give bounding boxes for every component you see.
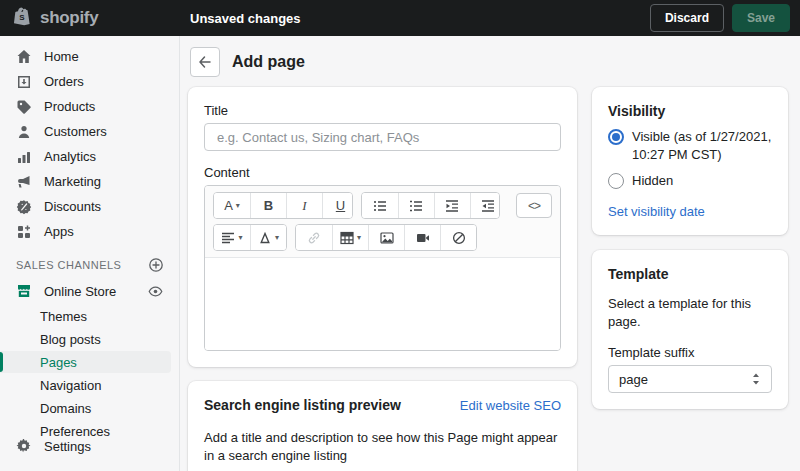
outdent-button[interactable] <box>434 193 470 218</box>
orders-icon <box>16 74 32 90</box>
editor-toolbar: A▾ B I U <box>205 186 560 257</box>
outdent-icon <box>445 199 459 213</box>
bulleted-list-icon <box>373 199 387 213</box>
sidebar: Home Orders Products Customers Analytics… <box>0 36 180 471</box>
seo-card: Search engine listing preview Edit websi… <box>188 381 577 471</box>
unsaved-changes-status: Unsaved changes <box>190 11 301 26</box>
rich-text-editor: A▾ B I U <box>204 185 561 351</box>
underline-button[interactable]: U <box>322 193 353 218</box>
template-card: Template Select a template for this page… <box>592 250 788 409</box>
apps-icon <box>16 224 32 240</box>
radio-unselected-icon[interactable] <box>608 173 624 189</box>
sidebar-item-discounts[interactable]: Discounts <box>0 194 179 219</box>
chevron-down-icon: ▾ <box>275 234 279 242</box>
template-suffix-label: Template suffix <box>608 345 772 360</box>
sidebar-item-domains[interactable]: Domains <box>0 397 171 419</box>
video-icon <box>416 231 430 245</box>
template-suffix-select[interactable]: page <box>608 365 772 393</box>
edit-website-seo-link[interactable]: Edit website SEO <box>460 398 561 413</box>
sidebar-item-blog-posts[interactable]: Blog posts <box>0 328 171 350</box>
seo-card-description: Add a title and description to see how t… <box>204 429 561 465</box>
products-icon <box>16 99 32 115</box>
discounts-icon <box>16 199 32 215</box>
radio-selected-icon[interactable] <box>608 129 624 145</box>
home-icon <box>16 49 32 65</box>
online-store-icon <box>16 283 32 299</box>
chevron-down-icon: ▾ <box>238 234 242 242</box>
text-color-icon <box>258 231 272 245</box>
image-icon <box>380 231 394 245</box>
title-input[interactable] <box>204 123 561 151</box>
svg-text:S: S <box>19 13 25 22</box>
sidebar-item-settings[interactable]: Settings <box>0 433 179 459</box>
marketing-icon <box>16 174 32 190</box>
shopify-logo[interactable]: S shopify <box>0 7 180 29</box>
sidebar-item-customers[interactable]: Customers <box>0 119 179 144</box>
bulleted-list-button[interactable] <box>362 193 398 218</box>
insert-image-button[interactable] <box>368 225 404 250</box>
indent-button[interactable] <box>470 193 501 218</box>
content-field-label: Content <box>204 165 561 180</box>
select-stepper-icon <box>751 372 761 386</box>
text-style-group: A▾ B I U <box>213 192 353 219</box>
customers-icon <box>16 124 32 140</box>
visibility-option-visible[interactable]: Visible (as of 1/27/2021, 10:27 PM CST) <box>608 128 772 163</box>
chevron-down-icon: ▾ <box>357 234 361 242</box>
alignment-dropdown-button[interactable]: ▾ <box>214 225 250 250</box>
align-color-group: ▾ ▾ <box>213 224 287 251</box>
save-button-top[interactable]: Save <box>732 4 790 32</box>
list-indent-group <box>361 192 501 219</box>
sidebar-item-online-store[interactable]: Online Store <box>0 278 179 304</box>
show-html-button[interactable]: <> <box>516 193 552 218</box>
formatting-dropdown-button[interactable]: A▾ <box>214 193 250 218</box>
analytics-icon <box>16 149 32 165</box>
text-color-dropdown-button[interactable]: ▾ <box>250 225 286 250</box>
visibility-card-title: Visibility <box>608 103 772 119</box>
sidebar-item-products[interactable]: Products <box>0 94 179 119</box>
page-details-card: Title Content A▾ B I U <box>188 87 577 367</box>
page-title: Add page <box>232 53 305 71</box>
topbar: S shopify Unsaved changes Discard Save <box>0 0 800 36</box>
discard-button[interactable]: Discard <box>650 4 724 32</box>
sidebar-item-marketing[interactable]: Marketing <box>0 169 179 194</box>
numbered-list-button[interactable] <box>398 193 434 218</box>
sidebar-item-orders[interactable]: Orders <box>0 69 179 94</box>
sales-channels-header: SALES CHANNELS <box>0 244 179 278</box>
insert-link-button[interactable] <box>296 225 332 250</box>
gear-icon <box>16 438 32 454</box>
insert-video-button[interactable] <box>404 225 440 250</box>
sidebar-item-pages[interactable]: Pages <box>0 351 171 373</box>
active-indicator <box>0 352 3 372</box>
chevron-down-icon: ▾ <box>236 202 240 210</box>
topbar-actions: Discard Save <box>650 4 790 32</box>
arrow-left-icon <box>197 54 213 70</box>
italic-button[interactable]: I <box>286 193 322 218</box>
seo-card-title: Search engine listing preview <box>204 397 401 413</box>
template-card-title: Template <box>608 266 772 282</box>
shopify-bag-icon: S <box>14 7 34 29</box>
align-left-icon <box>221 231 235 245</box>
insert-group: ▾ <box>295 224 477 251</box>
set-visibility-date-link[interactable]: Set visibility date <box>608 204 705 219</box>
add-sales-channel-icon[interactable] <box>149 258 163 272</box>
shopify-wordmark: shopify <box>40 8 98 28</box>
sidebar-item-analytics[interactable]: Analytics <box>0 144 179 169</box>
template-card-description: Select a template for this page. <box>608 295 772 331</box>
back-button[interactable] <box>190 47 220 77</box>
content-textarea[interactable] <box>205 257 560 350</box>
visibility-option-hidden[interactable]: Hidden <box>608 172 772 190</box>
numbered-list-icon <box>409 199 423 213</box>
sidebar-item-navigation[interactable]: Navigation <box>0 374 171 396</box>
sidebar-item-home[interactable]: Home <box>0 44 179 69</box>
slash-circle-icon <box>452 231 466 245</box>
indent-icon <box>481 199 495 213</box>
bold-button[interactable]: B <box>250 193 286 218</box>
page-header: Add page <box>180 36 800 87</box>
sidebar-item-apps[interactable]: Apps <box>0 219 179 244</box>
clear-formatting-button[interactable] <box>440 225 476 250</box>
link-icon <box>307 231 321 245</box>
sidebar-item-themes[interactable]: Themes <box>0 305 171 327</box>
template-suffix-value: page <box>619 372 648 387</box>
view-store-eye-icon[interactable] <box>148 284 163 299</box>
insert-table-dropdown-button[interactable]: ▾ <box>332 225 368 250</box>
